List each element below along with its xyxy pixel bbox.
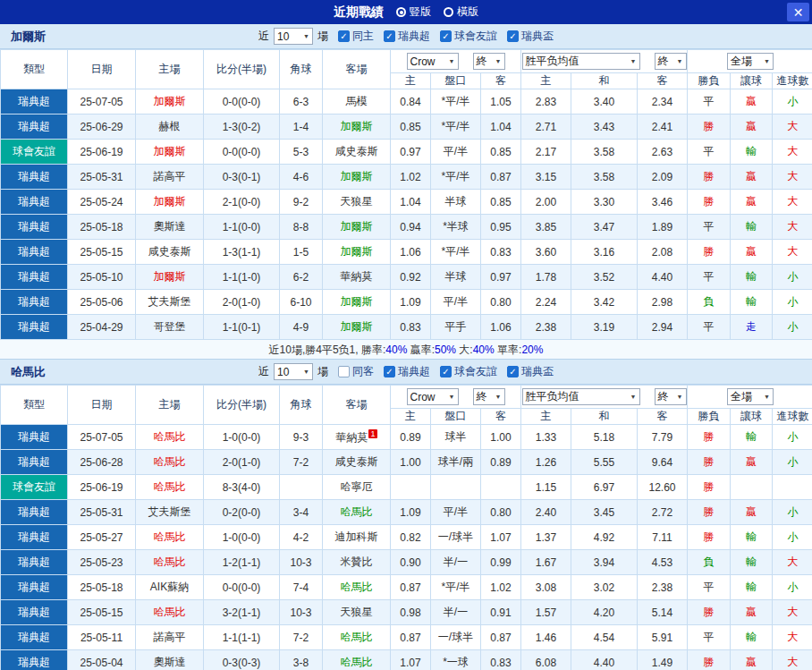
near-label: 近 xyxy=(258,364,269,379)
match-count-select[interactable]: 10 ▼ xyxy=(274,363,313,380)
score-halftime: 0-3(0-1) xyxy=(204,165,280,190)
scope-select[interactable]: 全場 ▼ xyxy=(727,53,774,70)
handicap-result-flag: 贏 xyxy=(731,450,773,475)
away-team: 哈馬比 xyxy=(323,500,391,525)
final-odds-select[interactable]: 終 ▼ xyxy=(473,53,505,70)
table-row: 瑞典超 25-06-28 哈馬比 2-0(1-0) 7-2 咸史泰斯 1.00 … xyxy=(1,450,812,475)
asian-away-odds: 0.87 xyxy=(481,165,521,190)
corner-score: 8-8 xyxy=(280,215,323,240)
summary-segment: 大: xyxy=(456,343,473,356)
layout-radio-vertical[interactable]: 豎版 xyxy=(396,4,431,20)
asian-odds-header: Crow ▼ 終 ▼ xyxy=(391,50,521,73)
home-team: 諾高平 xyxy=(136,165,204,190)
final-europe-select[interactable]: 終 ▼ xyxy=(655,53,687,70)
europe-draw-avg: 5.55 xyxy=(571,450,638,475)
filter-club-friendly[interactable]: ✓ 球會友誼 xyxy=(440,364,497,379)
asian-home-odds: 1.04 xyxy=(391,190,431,215)
filter-league-super[interactable]: ✓ 瑞典超 xyxy=(384,364,430,379)
europe-avg-select[interactable]: 胜平负均值 ▼ xyxy=(522,388,640,405)
europe-draw-avg: 5.18 xyxy=(571,425,638,450)
home-team: 哈馬比 xyxy=(136,425,204,450)
section-header: 哈馬比 近 10 ▼ 場 ✓ 同客 ✓ 瑞典超 ✓ 球會友誼 xyxy=(0,360,812,385)
asian-home-odds: 0.87 xyxy=(391,625,431,650)
score-halftime: 0-2(0-0) xyxy=(204,500,280,525)
odds-company-select[interactable]: Crow ▼ xyxy=(407,388,459,405)
table-row: 瑞典超 25-05-15 哈馬比 3-2(1-1) 10-3 天狼星 0.98 … xyxy=(1,600,812,625)
europe-avg-select[interactable]: 胜平负均值 ▼ xyxy=(522,53,640,70)
europe-home-avg: 1.33 xyxy=(521,425,571,450)
corner-score: 6-3 xyxy=(280,89,323,114)
table-row: 瑞典超 25-07-05 哈馬比 1-0(0-0) 9-3 華納莫1 0.89 … xyxy=(1,425,812,450)
recent-results-window: 近期戰績 豎版 橫版 ✕ 加爾斯 近 10 ▼ 場 ✓ 同主 xyxy=(0,0,812,670)
chevron-down-icon: ▼ xyxy=(449,394,455,400)
chevron-down-icon: ▼ xyxy=(630,58,637,64)
score-halftime: 8-3(4-0) xyxy=(204,475,280,500)
europe-home-avg: 2.83 xyxy=(521,89,571,114)
home-team: 加爾斯 xyxy=(136,89,204,114)
asian-away-odds: 1.00 xyxy=(481,425,521,450)
layout-radio-horizontal[interactable]: 橫版 xyxy=(444,4,478,20)
match-date: 25-05-24 xyxy=(68,190,136,215)
asian-away-odds: 0.80 xyxy=(481,290,521,315)
result-flag: 勝 xyxy=(688,425,731,450)
filter-swedish-cup[interactable]: ✓ 瑞典盃 xyxy=(507,29,554,44)
league-badge: 球會友誼 xyxy=(1,140,68,165)
away-team: 華納莫 xyxy=(323,265,391,290)
final-odds-select[interactable]: 終 ▼ xyxy=(473,388,505,405)
filter-league-super[interactable]: ✓ 瑞典超 xyxy=(384,29,430,44)
away-team: 華納莫1 xyxy=(323,425,391,450)
asian-home-odds: 0.84 xyxy=(391,89,431,114)
close-icon[interactable]: ✕ xyxy=(787,3,809,21)
result-flag: 勝 xyxy=(688,450,731,475)
asian-away-odds: 0.99 xyxy=(481,550,521,575)
europe-home-avg: 2.00 xyxy=(521,190,571,215)
europe-away-avg: 2.08 xyxy=(638,240,688,265)
handicap-result-flag: 輸 xyxy=(731,625,773,650)
away-team: 天狼星 xyxy=(323,600,391,625)
home-team: 艾夫斯堡 xyxy=(136,500,204,525)
filter-same-away[interactable]: ✓ 同客 xyxy=(338,364,374,379)
table-row: 瑞典超 25-05-23 哈馬比 1-2(1-1) 10-3 米贊比 0.90 … xyxy=(1,550,812,575)
result-flag: 平 xyxy=(688,89,731,114)
col-goals: 進球數 xyxy=(773,409,812,425)
odds-company-select[interactable]: Crow ▼ xyxy=(407,53,459,70)
matches-table: 類型 日期 主場 比分(半場) 角球 客場 Crow ▼ 終 xyxy=(0,49,812,340)
final-europe-select[interactable]: 終 ▼ xyxy=(655,388,687,405)
checkbox-icon: ✓ xyxy=(384,366,395,377)
col-asian-home: 主 xyxy=(391,73,431,89)
asian-home-odds: 1.09 xyxy=(391,290,431,315)
league-badge: 瑞典超 xyxy=(1,215,68,240)
match-date: 25-05-23 xyxy=(68,550,136,575)
away-team: 咸史泰斯 xyxy=(323,450,391,475)
europe-away-avg: 2.09 xyxy=(638,165,688,190)
col-eu-home: 主 xyxy=(521,73,571,89)
europe-home-avg: 2.17 xyxy=(521,140,571,165)
match-date: 25-05-10 xyxy=(68,265,136,290)
handicap-line: *平/半 xyxy=(431,114,481,140)
europe-draw-avg: 3.19 xyxy=(571,315,638,340)
table-row: 瑞典超 25-05-18 AIK蘇納 0-0(0-0) 7-4 哈馬比 0.87… xyxy=(1,575,812,600)
filter-club-friendly[interactable]: ✓ 球會友誼 xyxy=(440,29,497,44)
match-count-select[interactable]: 10 ▼ xyxy=(274,28,313,45)
filter-bar: 近 10 ▼ 場 ✓ 同客 ✓ 瑞典超 ✓ 球會友誼 xyxy=(258,363,554,380)
asian-away-odds: 0.83 xyxy=(481,240,521,265)
filter-swedish-cup[interactable]: ✓ 瑞典盃 xyxy=(507,364,554,379)
match-date: 25-05-11 xyxy=(68,625,136,650)
chevron-down-icon: ▼ xyxy=(495,394,502,400)
score-halftime: 1-2(1-1) xyxy=(204,550,280,575)
league-badge: 瑞典超 xyxy=(1,190,68,215)
filter-same-home[interactable]: ✓ 同主 xyxy=(338,29,374,44)
scope-select[interactable]: 全場 ▼ xyxy=(727,388,774,405)
corner-score: 10-3 xyxy=(280,550,323,575)
europe-draw-avg: 4.54 xyxy=(571,625,638,650)
col-asian-away: 客 xyxy=(481,409,521,425)
col-handicap-result: 讓球 xyxy=(731,409,773,425)
away-team: 迪加科斯 xyxy=(323,525,391,550)
asian-home-odds: 0.83 xyxy=(391,315,431,340)
asian-home-odds: 0.89 xyxy=(391,425,431,450)
europe-away-avg: 2.94 xyxy=(638,315,688,340)
europe-away-avg: 2.41 xyxy=(638,114,688,140)
checkbox-icon: ✓ xyxy=(440,366,452,377)
score-halftime: 2-1(0-0) xyxy=(204,190,280,215)
away-team: 哈馬比 xyxy=(323,625,391,650)
